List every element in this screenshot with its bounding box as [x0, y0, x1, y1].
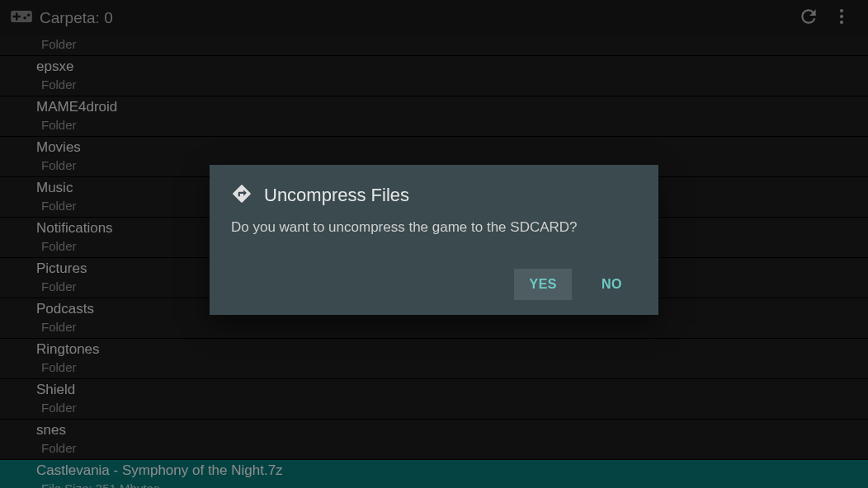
yes-button[interactable]: YES — [514, 269, 572, 300]
no-button[interactable]: NO — [587, 269, 637, 300]
directions-icon — [231, 183, 252, 208]
dialog-message: Do you want to uncompress the game to th… — [231, 218, 637, 237]
dialog-actions: YES NO — [231, 269, 637, 300]
uncompress-dialog: Uncompress Files Do you want to uncompre… — [210, 165, 658, 315]
dialog-title: Uncompress Files — [264, 185, 409, 206]
dialog-header: Uncompress Files — [231, 183, 637, 208]
dialog-overlay: Uncompress Files Do you want to uncompre… — [0, 0, 868, 488]
